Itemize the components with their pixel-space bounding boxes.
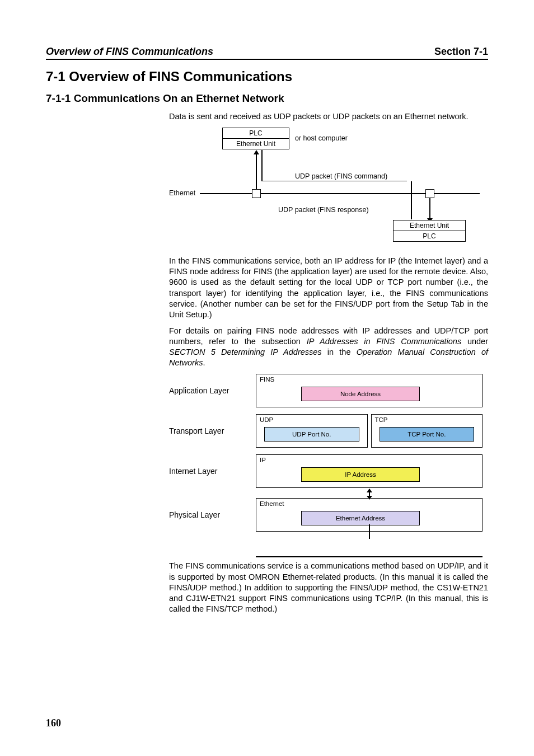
cmd-down <box>261 150 263 181</box>
cable-line <box>256 556 483 557</box>
paragraph: The FINS communications service is a com… <box>169 561 488 614</box>
running-header: Overview of FINS Communications Section … <box>46 46 488 60</box>
p3-ital: SECTION 5 Determining IP Addresses <box>169 348 322 356</box>
paragraph: In the FINS communications service, both… <box>169 256 488 320</box>
p3-part: in the <box>322 348 357 356</box>
cable-drop <box>369 524 370 539</box>
ethernet-address-box: Ethernet Address <box>301 511 420 525</box>
udp-packet-diagram: PLC Ethernet Unit or host computer Ether… <box>169 128 483 248</box>
plc-box-top: PLC <box>222 128 289 139</box>
tcp-box: TCP TCP Port No. <box>371 414 483 448</box>
udp-port-box: UDP Port No. <box>264 427 359 442</box>
page-number: 160 <box>46 717 61 729</box>
fins-tag: FINS <box>260 376 274 383</box>
tcp-port-box: TCP Port No. <box>380 427 475 442</box>
node-address-box: Node Address <box>301 387 420 401</box>
p3-part: . <box>203 358 205 367</box>
internet-layer-box: IP IP Address <box>256 454 483 488</box>
right-riser <box>429 198 430 219</box>
p3-ital: IP Addresses in FINS Communications <box>307 337 461 346</box>
application-layer-box: FINS Node Address <box>256 374 483 407</box>
physical-layer-row: Physical Layer Ethernet Ethernet Address <box>169 498 483 532</box>
page: Overview of FINS Communications Section … <box>0 0 534 756</box>
ethernet-unit-box-top: Ethernet Unit <box>222 138 289 149</box>
ip-tag: IP <box>260 457 266 463</box>
internet-layer-row: Internet Layer IP IP Address <box>169 454 483 488</box>
plc-box-bottom: PLC <box>393 231 466 242</box>
ip-address-box: IP Address <box>301 467 420 482</box>
paragraph: For details on pairing FINS node address… <box>169 326 488 369</box>
tcp-tag: TCP <box>375 416 388 423</box>
ethernet-bus-label: Ethernet <box>169 189 195 197</box>
ethernet-tag: Ethernet <box>260 500 284 507</box>
ethernet-unit-box-bottom: Ethernet Unit <box>393 220 466 231</box>
section-heading: 7-1 Overview of FINS Communications <box>46 69 488 84</box>
fins-command-label: UDP packet (FINS command) <box>295 172 387 180</box>
header-left: Overview of FINS Communications <box>46 46 213 58</box>
cmd-across <box>261 181 407 181</box>
p3-part: under <box>461 337 488 346</box>
bus-junction-left <box>252 189 261 198</box>
application-layer-row: Application Layer FINS Node Address <box>169 374 483 407</box>
transport-layer-row: Transport Layer UDP UDP Port No. TCP TCP… <box>169 414 483 448</box>
header-right: Section 7-1 <box>434 46 488 58</box>
udp-box: UDP UDP Port No. <box>256 414 368 448</box>
application-layer-label: Application Layer <box>169 386 256 395</box>
ethernet-bus-line <box>200 193 480 194</box>
internet-layer-label: Internet Layer <box>169 467 256 476</box>
physical-layer-label: Physical Layer <box>169 510 256 519</box>
bus-junction-right <box>425 189 434 198</box>
transport-layer-label: Transport Layer <box>169 426 256 435</box>
subsection-heading: 7-1-1 Communications On an Ethernet Netw… <box>46 92 488 105</box>
layer-stack-diagram: Application Layer FINS Node Address Tran… <box>169 374 483 550</box>
left-riser <box>256 153 257 189</box>
paragraph: Data is sent and received as UDP packets… <box>169 111 488 122</box>
host-computer-label: or host computer <box>295 134 348 142</box>
physical-layer-box: Ethernet Ethernet Address <box>256 498 483 532</box>
udp-tag: UDP <box>260 416 273 423</box>
fins-response-label: UDP packet (FINS response) <box>278 206 369 214</box>
ip-ethernet-link <box>256 490 483 498</box>
resp-riser <box>411 181 412 219</box>
